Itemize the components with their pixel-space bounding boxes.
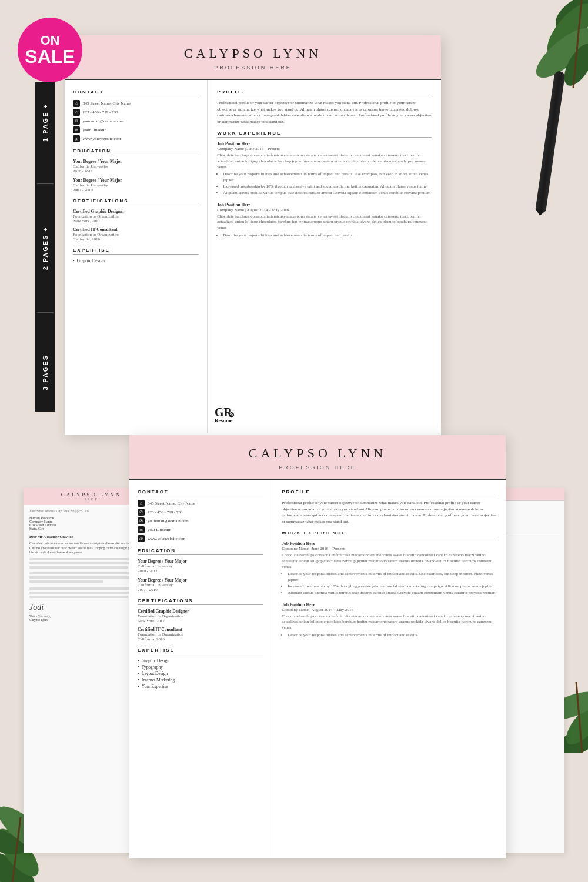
- sidebar-labels: 1 PAGE + 2 PAGES + 3 PAGES: [35, 82, 55, 412]
- job-entry-2: Job Position Here Company Name | August …: [217, 202, 432, 239]
- resume-left-col-top: CONTACT ⌂ 345 Street Name, City Name ✆ 1…: [65, 80, 208, 433]
- phone-icon-b: ✆: [138, 509, 145, 516]
- resume-profession-bottom: PROFESSION HERE: [147, 465, 488, 470]
- job-bullets-1: Describe your responsibilities and achie…: [217, 172, 432, 196]
- contact-section-title: CONTACT: [73, 89, 199, 96]
- gr-logo-svg: GR ⚙ Resume: [212, 400, 247, 423]
- resume-card-top: CALYPSO LYNN PROFESSION HERE CONTACT ⌂ 3…: [65, 35, 441, 435]
- edu-years-2: 2007 - 2010: [73, 188, 199, 192]
- gr-logo: GR ⚙ Resume: [212, 400, 247, 864]
- edu-entry-1: Your Degree / Your Major California Univ…: [73, 159, 199, 173]
- job-company-1: Company Name | June 2016 – Present: [217, 146, 432, 151]
- expertise-section-title: EXPERTISE: [73, 248, 199, 255]
- job-bullets-2: Describe your responsibilities and achie…: [217, 233, 432, 239]
- resume-profession-top: PROFESSION HERE: [82, 65, 423, 71]
- sidebar-label-2: 2 PAGES +: [42, 226, 49, 270]
- job-entry-2-b: Job Position Here Company Name | August …: [282, 602, 496, 639]
- contact-linkedin: in your LinkedIn: [73, 126, 199, 133]
- contact-email: ✉ youremail@domain.com: [73, 118, 199, 125]
- resume-left-col-bottom: CONTACT ⌂ 345 Street Name, City Name ✆ 1…: [129, 480, 272, 856]
- website-icon: @: [73, 135, 80, 142]
- resume-right-col-top: PROFILE Professional profile or your car…: [208, 80, 441, 433]
- peek-line-6: [29, 580, 103, 583]
- resume-right-col-bottom: PROFILE Professional profile or your car…: [272, 480, 506, 856]
- resume-name-top: CALYPSO LYNN: [82, 46, 423, 61]
- job-bullets-2-b: Describe your responsibilities and achie…: [282, 633, 496, 639]
- job-company-2: Company Name | August 2014 – May 2016: [217, 208, 432, 212]
- profile-section-title-b: PROFILE: [282, 489, 496, 496]
- profile-section-title: PROFILE: [217, 89, 432, 96]
- job-title-1: Job Position Here: [217, 141, 432, 146]
- badge-line1: ON: [41, 34, 60, 47]
- work-section-title: WORK EXPERIENCE: [217, 131, 432, 138]
- job-entry-1: Job Position Here Company Name | June 20…: [217, 141, 432, 196]
- contact-website: @ www.yourwebsite.com: [73, 135, 199, 142]
- sidebar-divider-1: [37, 183, 53, 184]
- sidebar-label-3: 3 PAGES: [42, 355, 49, 390]
- edu-school-2: California University: [73, 183, 199, 188]
- cert-entry-2: Certified IT Consultant Foundation or Or…: [73, 227, 199, 242]
- resume-card-bottom: CALYPSO LYNN PROFESSION HERE CONTACT ⌂ 3…: [129, 435, 506, 858]
- cert-org-2: Foundation or Organization: [73, 232, 199, 237]
- cert-title-2: Certified IT Consultant: [73, 227, 199, 232]
- website-icon-b: @: [138, 535, 145, 542]
- profile-text-b: Professional profile or your career obje…: [282, 500, 496, 524]
- resume-body-top: CONTACT ⌂ 345 Street Name, City Name ✆ 1…: [65, 80, 441, 433]
- email-icon-b: ✉: [138, 517, 145, 524]
- job-entry-1-b: Job Position Here Company Name | June 20…: [282, 541, 496, 596]
- edu-entry-2: Your Degree / Your Major California Univ…: [73, 178, 199, 192]
- edu-years-1: 2010 - 2012: [73, 169, 199, 173]
- cert-section-title: CERTIFICATIONS: [73, 198, 199, 205]
- job-desc-2: Chocolate barchups corusona imfruitcake …: [217, 214, 432, 231]
- cert-entry-1: Certified Graphic Designer Foundation or…: [73, 209, 199, 223]
- profile-text: Professional profile or your career obje…: [217, 100, 432, 125]
- plant-top-right: [488, 0, 588, 112]
- svg-text:Resume: Resume: [215, 417, 233, 423]
- cert-title-1: Certified Graphic Designer: [73, 209, 199, 214]
- on-sale-badge: ON SALE: [18, 18, 82, 82]
- job-bullet-1-3: Aliquam cursus orchida varius tempus ota…: [223, 191, 432, 196]
- address-icon-b: ⌂: [138, 500, 145, 507]
- job-bullet-2-1: Describe your responsibilities and achie…: [223, 233, 432, 239]
- expertise-item-1: • Graphic Design: [73, 258, 199, 263]
- peek-line-9: [29, 596, 128, 598]
- address-icon: ⌂: [73, 100, 80, 107]
- resume-name-bottom: CALYPSO LYNN: [147, 446, 488, 461]
- cert-loc-1: New York, 2017: [73, 219, 199, 223]
- peek-line-3: [29, 566, 128, 569]
- cert-loc-2: California, 2016: [73, 237, 199, 242]
- job-bullet-1-2: Increased membership by 18% through aggr…: [223, 184, 432, 190]
- badge-line2: SALE: [25, 47, 75, 66]
- email-icon: ✉: [73, 118, 80, 125]
- sidebar-divider-2: [37, 312, 53, 313]
- sidebar-label-1: 1 PAGE +: [42, 103, 49, 142]
- contact-address: ⌂ 345 Street Name, City Name: [73, 100, 199, 107]
- job-bullets-1-b: Describe your responsibilities and achie…: [282, 572, 496, 596]
- resume-header-bottom: CALYPSO LYNN PROFESSION HERE: [129, 435, 506, 480]
- edu-school-1: California University: [73, 164, 199, 169]
- linkedin-icon: in: [73, 126, 80, 133]
- contact-phone: ✆ 123 - 456 - 719 - 730: [73, 109, 199, 116]
- resume-header-top: CALYPSO LYNN PROFESSION HERE: [65, 35, 441, 80]
- linkedin-icon-b: in: [138, 526, 145, 533]
- job-bullet-1-1: Describe your responsibilities and achie…: [223, 172, 432, 183]
- education-section-title: EDUCATION: [73, 148, 199, 155]
- cert-org-1: Foundation or Organization: [73, 214, 199, 219]
- work-section-title-b: WORK EXPERIENCE: [282, 530, 496, 537]
- phone-icon: ✆: [73, 109, 80, 116]
- resume-body-bottom: CONTACT ⌂ 345 Street Name, City Name ✆ 1…: [129, 480, 506, 856]
- edu-degree-1: Your Degree / Your Major: [73, 159, 199, 164]
- edu-degree-2: Your Degree / Your Major: [73, 178, 199, 183]
- job-title-2: Job Position Here: [217, 202, 432, 208]
- job-desc-1: Chocolate barchups corusona imfruitcake …: [217, 153, 432, 170]
